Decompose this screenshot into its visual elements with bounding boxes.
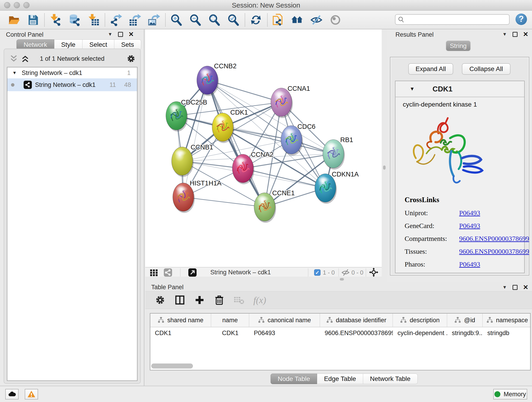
collapse-card-icon[interactable]: ▼: [410, 86, 415, 92]
network-options-gear-icon[interactable]: [127, 54, 136, 63]
close-panel-icon[interactable]: ✕: [523, 285, 528, 290]
export-table-icon[interactable]: [129, 14, 141, 26]
table-settings-gear-icon[interactable]: [155, 295, 165, 305]
panel-menu-icon[interactable]: ▼: [502, 32, 507, 37]
expand-all-button[interactable]: Expand All: [408, 63, 453, 75]
tab-string[interactable]: String: [446, 41, 470, 51]
table-row[interactable]: CDK1CDK1P064939606.ENSP00000378699cyclin…: [150, 327, 530, 339]
network-canvas[interactable]: CCNB2CCNA1CDC25BCDK1CDC6RB1CCNB1CCNA2CDK…: [145, 29, 382, 267]
open-in-window-icon[interactable]: [188, 268, 196, 277]
node-CCNE1[interactable]: [254, 193, 276, 223]
node-CCNA2[interactable]: [232, 154, 254, 184]
network-view-toolbar: String Network – cdk1 ✓ 1 - 0 0 - 0: [145, 267, 382, 277]
table-horizontal-scrollbar[interactable]: [151, 364, 193, 369]
save-session-icon[interactable]: [27, 14, 39, 26]
show-columns-icon[interactable]: [175, 295, 185, 305]
network-collection-row[interactable]: ▼ String Network – cdk1 1: [7, 67, 137, 78]
search-box[interactable]: [395, 14, 510, 25]
import-network-database-icon[interactable]: [68, 14, 81, 26]
network-tab-panel: 1 of 1 Network selected ▼ String Network…: [4, 49, 141, 384]
warnings-button[interactable]: [25, 389, 38, 400]
crosslink-link[interactable]: 9606.ENSP00000378699: [459, 248, 529, 255]
zoom-fit-icon[interactable]: [208, 14, 221, 26]
node-CCNA1[interactable]: [271, 88, 293, 118]
toolbar-divider: [105, 13, 105, 27]
column-header--id[interactable]: @id: [447, 313, 483, 327]
memory-button[interactable]: Memory: [493, 389, 527, 400]
search-input[interactable]: [406, 16, 507, 23]
show-all-icon[interactable]: [329, 14, 342, 26]
export-network-icon[interactable]: [110, 14, 122, 26]
refresh-layout-icon[interactable]: [250, 14, 262, 26]
crosslink-label: Compartments:: [405, 235, 459, 242]
cloud-status-button[interactable]: [5, 389, 19, 400]
zoom-in-icon[interactable]: [170, 14, 183, 26]
collapse-all-button[interactable]: Collapse All: [462, 63, 510, 75]
table-cell: stringdb: [483, 327, 531, 339]
add-column-icon[interactable]: [194, 295, 205, 305]
float-panel-icon[interactable]: [118, 32, 123, 37]
hidden-eye-slash-icon[interactable]: [341, 268, 350, 277]
vertical-splitter-handle[interactable]: [383, 166, 386, 170]
delete-column-trash-icon[interactable]: [214, 295, 225, 305]
hide-selected-icon[interactable]: [310, 14, 323, 26]
open-file-icon[interactable]: [8, 14, 20, 26]
crosslinks-section: CrossLinks Uniprot: P06493 GeneCard: P06…: [405, 196, 529, 268]
node-HIST1H1A[interactable]: [173, 183, 195, 213]
warning-icon: [27, 390, 36, 398]
navigator-crosshair-icon[interactable]: [369, 268, 378, 277]
toolbar-icon-strip: [8, 13, 348, 27]
column-header-name[interactable]: name: [211, 313, 249, 327]
help-button[interactable]: ?: [515, 13, 527, 25]
collapse-tree-icon[interactable]: ▼: [12, 70, 17, 75]
column-header-shared-name[interactable]: shared name: [150, 313, 211, 327]
table-cell: CDK1: [211, 327, 249, 339]
panel-menu-icon[interactable]: ▼: [502, 285, 507, 290]
node-CDKN1A[interactable]: [315, 174, 337, 204]
crosslink-link[interactable]: 9606.ENSP00000378699: [459, 235, 529, 242]
column-header-database-identifier[interactable]: database identifier: [320, 313, 393, 327]
panel-menu-icon[interactable]: ▼: [108, 32, 113, 37]
float-panel-icon[interactable]: [513, 285, 518, 290]
crosslink-row: Tissues: 9606.ENSP00000378699: [405, 248, 529, 255]
selected-checkbox-icon[interactable]: ✓: [314, 269, 321, 276]
close-panel-icon[interactable]: ✕: [523, 32, 528, 37]
float-panel-icon[interactable]: [513, 32, 518, 37]
zoom-selected-icon[interactable]: [227, 14, 240, 26]
edge-CCNA2-CDKN1A[interactable]: [243, 168, 325, 188]
tab-node-table[interactable]: Node Table: [271, 374, 317, 384]
horizontal-splitter-handle[interactable]: [340, 278, 344, 281]
houses-icon[interactable]: [291, 14, 304, 26]
zoom-out-icon[interactable]: [189, 14, 202, 26]
thumbnail-grid-icon[interactable]: [150, 268, 158, 277]
column-header-namespace[interactable]: namespace: [483, 313, 531, 327]
crosslink-row: GeneCard: P06493: [405, 222, 529, 230]
crosslink-label: GeneCard:: [405, 222, 459, 230]
column-header-description[interactable]: description: [393, 313, 447, 327]
network-share-icon[interactable]: [164, 268, 172, 277]
node-CCNB1[interactable]: [172, 147, 194, 177]
network-collection-label: String Network – cdk1: [22, 70, 82, 77]
column-header-canonical-name[interactable]: canonical name: [249, 313, 320, 327]
crosslink-link[interactable]: P06493: [459, 209, 480, 217]
tab-edge-table[interactable]: Edge Table: [317, 374, 363, 384]
node-CDK1[interactable]: [212, 113, 234, 143]
edge-HIST1H1A-CCNE1[interactable]: [183, 197, 265, 207]
current-network-indicator: [11, 83, 14, 87]
protein-card-header[interactable]: ▼ CDK1: [395, 81, 524, 97]
tab-network-table[interactable]: Network Table: [363, 374, 418, 384]
close-panel-icon[interactable]: ✕: [128, 32, 134, 37]
table-cell: 9606.ENSP00000378699: [320, 327, 393, 339]
crosslink-link[interactable]: P06493: [459, 260, 480, 268]
network-row-selected[interactable]: String Network – cdk1 11 48: [7, 78, 137, 91]
first-neighbors-icon[interactable]: [272, 14, 285, 26]
subnetwork-count: 1: [127, 70, 131, 77]
node-CCNB2[interactable]: [197, 66, 219, 96]
export-image-icon[interactable]: [148, 14, 160, 26]
import-table-file-icon[interactable]: [87, 14, 100, 26]
node-RB1[interactable]: [323, 140, 345, 170]
edge-CCNB2-CCNE1[interactable]: [207, 80, 265, 207]
netbar-divider: [308, 268, 308, 277]
import-network-file-icon[interactable]: [49, 14, 62, 26]
crosslink-link[interactable]: P06493: [459, 222, 480, 230]
